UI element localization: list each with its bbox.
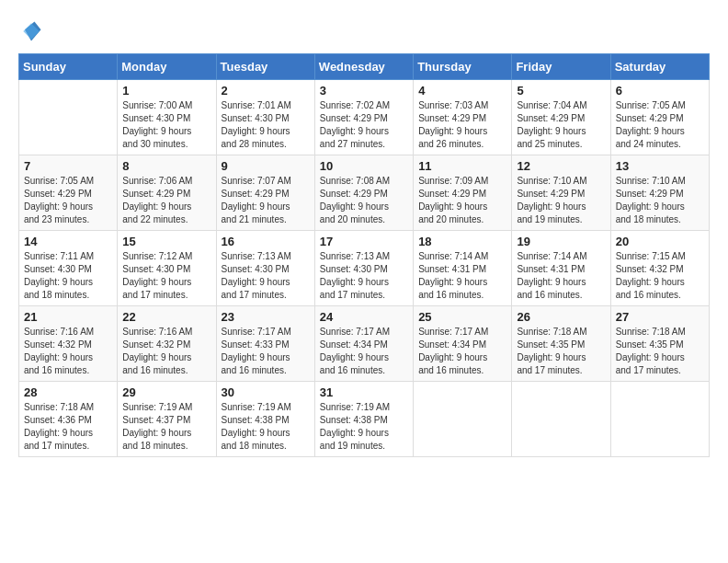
day-info: Sunrise: 7:07 AM Sunset: 4:29 PM Dayligh… — [222, 175, 310, 226]
calendar-cell: 18Sunrise: 7:14 AM Sunset: 4:31 PM Dayli… — [414, 231, 512, 306]
day-number: 9 — [222, 159, 310, 173]
day-number: 8 — [122, 159, 210, 173]
day-number: 20 — [616, 235, 704, 248]
calendar-cell: 30Sunrise: 7:19 AM Sunset: 4:38 PM Dayli… — [216, 382, 314, 457]
day-info: Sunrise: 7:11 AM Sunset: 4:30 PM Dayligh… — [24, 250, 112, 302]
calendar-cell: 14Sunrise: 7:11 AM Sunset: 4:30 PM Dayli… — [19, 231, 118, 306]
calendar-header-row: SundayMondayTuesdayWednesdayThursdayFrid… — [19, 54, 710, 80]
calendar-week-row: 21Sunrise: 7:16 AM Sunset: 4:32 PM Dayli… — [19, 306, 710, 382]
day-number: 14 — [24, 235, 112, 248]
day-info: Sunrise: 7:17 AM Sunset: 4:34 PM Dayligh… — [418, 326, 506, 377]
day-info: Sunrise: 7:06 AM Sunset: 4:29 PM Dayligh… — [122, 175, 210, 226]
calendar-cell: 25Sunrise: 7:17 AM Sunset: 4:34 PM Dayli… — [414, 306, 512, 382]
calendar-cell: 1Sunrise: 7:00 AM Sunset: 4:30 PM Daylig… — [118, 80, 216, 155]
day-info: Sunrise: 7:09 AM Sunset: 4:29 PM Dayligh… — [418, 175, 506, 226]
day-info: Sunrise: 7:14 AM Sunset: 4:31 PM Dayligh… — [418, 250, 506, 302]
day-info: Sunrise: 7:18 AM Sunset: 4:36 PM Dayligh… — [24, 401, 112, 453]
day-number: 13 — [616, 159, 704, 173]
calendar-cell: 2Sunrise: 7:01 AM Sunset: 4:30 PM Daylig… — [216, 80, 314, 155]
day-info: Sunrise: 7:12 AM Sunset: 4:30 PM Dayligh… — [122, 250, 210, 302]
calendar-cell: 6Sunrise: 7:05 AM Sunset: 4:29 PM Daylig… — [610, 80, 709, 155]
calendar-cell: 5Sunrise: 7:04 AM Sunset: 4:29 PM Daylig… — [512, 80, 610, 155]
day-number: 11 — [418, 159, 506, 173]
day-info: Sunrise: 7:03 AM Sunset: 4:29 PM Dayligh… — [418, 99, 506, 151]
day-number: 29 — [122, 385, 210, 399]
calendar-cell: 12Sunrise: 7:10 AM Sunset: 4:29 PM Dayli… — [512, 155, 610, 231]
day-number: 25 — [418, 310, 506, 324]
calendar-cell: 8Sunrise: 7:06 AM Sunset: 4:29 PM Daylig… — [118, 155, 216, 231]
day-info: Sunrise: 7:14 AM Sunset: 4:31 PM Dayligh… — [517, 250, 605, 302]
calendar-cell: 21Sunrise: 7:16 AM Sunset: 4:32 PM Dayli… — [19, 306, 118, 382]
calendar-cell: 9Sunrise: 7:07 AM Sunset: 4:29 PM Daylig… — [216, 155, 314, 231]
day-number: 26 — [517, 310, 605, 324]
day-info: Sunrise: 7:08 AM Sunset: 4:29 PM Dayligh… — [320, 175, 408, 226]
header-thursday: Thursday — [414, 54, 512, 80]
calendar-cell: 23Sunrise: 7:17 AM Sunset: 4:33 PM Dayli… — [216, 306, 314, 382]
logo — [18, 18, 48, 44]
calendar-cell: 3Sunrise: 7:02 AM Sunset: 4:29 PM Daylig… — [314, 80, 413, 155]
day-info: Sunrise: 7:18 AM Sunset: 4:35 PM Dayligh… — [517, 326, 605, 377]
day-info: Sunrise: 7:15 AM Sunset: 4:32 PM Dayligh… — [616, 250, 704, 302]
header-saturday: Saturday — [610, 54, 709, 80]
calendar-cell — [19, 80, 118, 155]
day-number: 24 — [320, 310, 408, 324]
header-wednesday: Wednesday — [314, 54, 413, 80]
day-info: Sunrise: 7:02 AM Sunset: 4:29 PM Dayligh… — [320, 99, 408, 151]
calendar-cell: 31Sunrise: 7:19 AM Sunset: 4:38 PM Dayli… — [314, 382, 413, 457]
day-number: 15 — [122, 235, 210, 248]
day-number: 7 — [24, 159, 112, 173]
header-tuesday: Tuesday — [216, 54, 314, 80]
calendar-week-row: 14Sunrise: 7:11 AM Sunset: 4:30 PM Dayli… — [19, 231, 710, 306]
calendar-cell: 17Sunrise: 7:13 AM Sunset: 4:30 PM Dayli… — [314, 231, 413, 306]
calendar-cell: 24Sunrise: 7:17 AM Sunset: 4:34 PM Dayli… — [314, 306, 413, 382]
day-number: 21 — [24, 310, 112, 324]
day-number: 27 — [616, 310, 704, 324]
day-number: 2 — [222, 84, 310, 98]
calendar-cell: 13Sunrise: 7:10 AM Sunset: 4:29 PM Dayli… — [610, 155, 709, 231]
day-number: 19 — [517, 235, 605, 248]
day-number: 16 — [222, 235, 310, 248]
calendar-cell: 4Sunrise: 7:03 AM Sunset: 4:29 PM Daylig… — [414, 80, 512, 155]
calendar-cell: 28Sunrise: 7:18 AM Sunset: 4:36 PM Dayli… — [19, 382, 118, 457]
day-info: Sunrise: 7:19 AM Sunset: 4:38 PM Dayligh… — [320, 401, 408, 453]
header-friday: Friday — [512, 54, 610, 80]
day-info: Sunrise: 7:13 AM Sunset: 4:30 PM Dayligh… — [222, 250, 310, 302]
day-info: Sunrise: 7:13 AM Sunset: 4:30 PM Dayligh… — [320, 250, 408, 302]
calendar-cell: 15Sunrise: 7:12 AM Sunset: 4:30 PM Dayli… — [118, 231, 216, 306]
calendar-cell: 20Sunrise: 7:15 AM Sunset: 4:32 PM Dayli… — [610, 231, 709, 306]
day-number: 31 — [320, 385, 408, 399]
day-info: Sunrise: 7:18 AM Sunset: 4:35 PM Dayligh… — [616, 326, 704, 377]
calendar-week-row: 7Sunrise: 7:05 AM Sunset: 4:29 PM Daylig… — [19, 155, 710, 231]
day-info: Sunrise: 7:16 AM Sunset: 4:32 PM Dayligh… — [24, 326, 112, 377]
day-info: Sunrise: 7:04 AM Sunset: 4:29 PM Dayligh… — [517, 99, 605, 151]
day-number: 18 — [418, 235, 506, 248]
day-info: Sunrise: 7:10 AM Sunset: 4:29 PM Dayligh… — [517, 175, 605, 226]
calendar-cell: 10Sunrise: 7:08 AM Sunset: 4:29 PM Dayli… — [314, 155, 413, 231]
day-info: Sunrise: 7:00 AM Sunset: 4:30 PM Dayligh… — [122, 99, 210, 151]
day-number: 4 — [418, 84, 506, 98]
calendar-cell: 11Sunrise: 7:09 AM Sunset: 4:29 PM Dayli… — [414, 155, 512, 231]
day-number: 10 — [320, 159, 408, 173]
logo-icon — [18, 18, 44, 44]
day-number: 6 — [616, 84, 704, 98]
calendar: SundayMondayTuesdayWednesdayThursdayFrid… — [18, 53, 710, 457]
calendar-week-row: 28Sunrise: 7:18 AM Sunset: 4:36 PM Dayli… — [19, 382, 710, 457]
day-info: Sunrise: 7:17 AM Sunset: 4:34 PM Dayligh… — [320, 326, 408, 377]
calendar-cell: 16Sunrise: 7:13 AM Sunset: 4:30 PM Dayli… — [216, 231, 314, 306]
calendar-cell: 7Sunrise: 7:05 AM Sunset: 4:29 PM Daylig… — [19, 155, 118, 231]
day-number: 30 — [222, 385, 310, 399]
day-number: 3 — [320, 84, 408, 98]
page-header — [18, 18, 710, 44]
calendar-cell: 26Sunrise: 7:18 AM Sunset: 4:35 PM Dayli… — [512, 306, 610, 382]
calendar-cell — [610, 382, 709, 457]
day-number: 17 — [320, 235, 408, 248]
header-monday: Monday — [118, 54, 216, 80]
calendar-cell: 22Sunrise: 7:16 AM Sunset: 4:32 PM Dayli… — [118, 306, 216, 382]
calendar-cell: 27Sunrise: 7:18 AM Sunset: 4:35 PM Dayli… — [610, 306, 709, 382]
calendar-cell — [512, 382, 610, 457]
day-info: Sunrise: 7:19 AM Sunset: 4:37 PM Dayligh… — [122, 401, 210, 453]
day-info: Sunrise: 7:10 AM Sunset: 4:29 PM Dayligh… — [616, 175, 704, 226]
calendar-cell: 19Sunrise: 7:14 AM Sunset: 4:31 PM Dayli… — [512, 231, 610, 306]
day-number: 5 — [517, 84, 605, 98]
day-info: Sunrise: 7:01 AM Sunset: 4:30 PM Dayligh… — [222, 99, 310, 151]
